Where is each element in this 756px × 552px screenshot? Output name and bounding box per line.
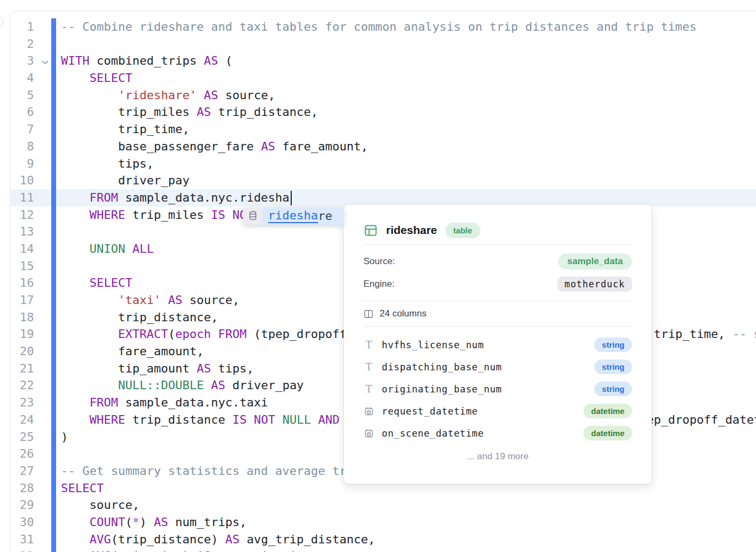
autocomplete-item-rideshare[interactable]: rideshare (243, 207, 344, 225)
line-number[interactable]: 27 (10, 463, 34, 480)
token (61, 533, 90, 546)
token: AS (204, 54, 218, 67)
token: WITH (61, 54, 90, 67)
token: trip_miles (125, 208, 211, 222)
fold-chevron-icon[interactable] (42, 57, 49, 67)
code-line-2[interactable] (61, 36, 756, 53)
token: AS (197, 105, 211, 119)
line-number[interactable]: 32 (10, 548, 34, 552)
token: -- seconds (732, 327, 756, 341)
change-indicator-bar (51, 18, 56, 552)
token: ( (168, 327, 175, 341)
line-number[interactable]: 19 (10, 326, 34, 343)
line-number[interactable]: 24 (10, 411, 34, 429)
line-number[interactable]: 23 (10, 394, 34, 411)
token: trip_miles (61, 105, 197, 119)
line-number[interactable]: 9 (10, 155, 34, 172)
column-type-badge: datetime (583, 404, 632, 418)
line-number[interactable]: 14 (10, 240, 34, 258)
line-number[interactable]: 25 (10, 429, 34, 446)
line-number[interactable]: 28 (10, 480, 34, 497)
line-number[interactable]: 4 (10, 70, 34, 87)
token: source, (61, 498, 140, 512)
meta-value-badge: motherduck (558, 277, 632, 292)
code-line-29[interactable]: source, (61, 496, 756, 514)
code-line-11[interactable]: FROM sample_data.nyc.ridesha (61, 189, 756, 206)
code-line-6[interactable]: trip_miles AS trip_distance, (61, 104, 756, 121)
code-line-7[interactable]: trip_time, (61, 121, 756, 138)
meta-value-badge: sample_data (558, 253, 632, 270)
line-number[interactable]: 2 (10, 36, 34, 53)
token: AS (197, 362, 211, 375)
columns-list: Thvfhs_license_numstringTdispatching_bas… (363, 327, 632, 444)
line-number[interactable]: 31 (10, 531, 34, 548)
line-number[interactable]: 21 (10, 360, 34, 377)
column-name: hvfhs_license_num (382, 340, 594, 350)
token: SELECT (61, 481, 104, 495)
table-info-popup: rideshare table Source:sample_dataEngine… (343, 204, 652, 484)
columns-icon (363, 309, 374, 319)
line-number[interactable]: 12 (10, 206, 34, 224)
line-number[interactable]: 3 (10, 52, 34, 70)
token (161, 293, 168, 307)
column-type-badge: datetime (583, 426, 632, 440)
gutter: 1234567891011121314151617181920212223242… (10, 18, 34, 552)
token: NULL::DOUBLE (118, 378, 204, 392)
token: ( (125, 515, 132, 529)
text-type-icon: T (366, 384, 372, 394)
column-name: dispatching_base_num (382, 362, 594, 372)
token: tips, (61, 157, 154, 170)
calendar-clock-icon (364, 429, 374, 438)
database-icon (243, 207, 263, 225)
code-line-8[interactable]: base_passenger_fare AS fare_amount, (61, 138, 756, 155)
token: AS (154, 515, 168, 529)
line-number[interactable]: 26 (10, 445, 34, 463)
line-number[interactable]: 17 (10, 292, 34, 309)
token: AS (168, 293, 183, 307)
token: driver_pay (225, 378, 304, 392)
token (61, 378, 118, 392)
token (211, 327, 218, 341)
line-number[interactable]: 5 (10, 87, 34, 104)
token: FROM (90, 191, 118, 204)
line-number[interactable]: 11 (10, 189, 34, 206)
code-line-3[interactable]: WITH combined_trips AS ( (61, 52, 756, 70)
code-line-1[interactable]: -- Combine rideshare and taxi tables for… (61, 18, 756, 36)
code-line-9[interactable]: tips, (61, 155, 756, 172)
columns-count-row: 24 columns (363, 301, 632, 326)
code-line-10[interactable]: driver_pay (61, 172, 756, 189)
line-number[interactable]: 16 (10, 274, 34, 292)
line-number[interactable]: 8 (10, 138, 34, 155)
line-number[interactable]: 29 (10, 496, 34, 514)
line-number[interactable]: 13 (10, 223, 34, 240)
line-number[interactable]: 22 (10, 377, 34, 394)
line-number[interactable]: 30 (10, 514, 34, 531)
line-number[interactable]: 10 (10, 172, 34, 189)
autocomplete-label: rideshare (263, 207, 344, 225)
token: trip_time, (61, 122, 189, 136)
line-number[interactable]: 1 (10, 18, 34, 36)
line-number[interactable]: 15 (10, 258, 34, 275)
line-number[interactable]: 7 (10, 121, 34, 138)
code-line-4[interactable]: SELECT (61, 70, 756, 87)
panel-edge-button[interactable] (0, 16, 3, 27)
code-line-5[interactable]: 'rideshare' AS source, (61, 87, 756, 104)
line-number[interactable]: 20 (10, 343, 34, 360)
token: fare_amount, (61, 344, 204, 358)
line-number[interactable]: 18 (10, 309, 34, 326)
code-line-32[interactable]: AVG(trip_time) AS avg_trip_time, (61, 548, 756, 552)
token (204, 378, 211, 392)
column-type-badge: string (594, 360, 632, 374)
code-line-31[interactable]: AVG(trip_distance) AS avg_trip_distance, (61, 531, 756, 548)
token: source, (218, 88, 275, 102)
popup-meta: Source:sample_dataEngine:motherduck (363, 245, 632, 301)
token: -- Combine rideshare and taxi tables for… (61, 20, 697, 33)
line-number[interactable]: 6 (10, 104, 34, 121)
token: EXTRACT (118, 327, 168, 341)
token: FROM (90, 396, 118, 409)
token: SELECT (90, 276, 132, 289)
column-name: on_scene_datetime (382, 428, 583, 439)
token: base_passenger_fare (61, 140, 261, 153)
code-line-30[interactable]: COUNT(*) AS num_trips, (61, 514, 756, 531)
token: AS (204, 88, 218, 102)
